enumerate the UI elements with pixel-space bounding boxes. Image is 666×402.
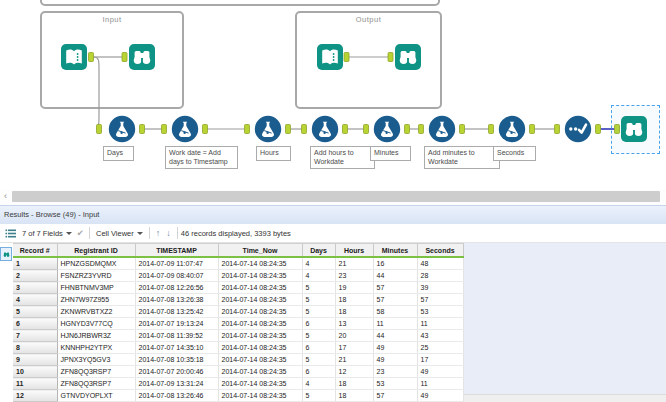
formula-tool-icon[interactable] xyxy=(428,115,456,147)
data-cell[interactable]: 44 xyxy=(373,270,417,282)
data-cell[interactable]: 2014-07-07 20:00:46 xyxy=(135,366,218,378)
data-cell[interactable]: 2014-07-08 12:26:56 xyxy=(135,282,218,294)
scroll-left-arrow[interactable]: ‹ xyxy=(0,189,11,205)
data-cell[interactable]: HPNZGSDMQMX xyxy=(57,257,135,270)
data-cell[interactable]: 57 xyxy=(417,294,463,306)
data-cell[interactable]: 11 xyxy=(417,318,463,330)
browse-tool-icon[interactable] xyxy=(395,44,421,74)
data-cell[interactable]: 2014-07-14 08:24:35 xyxy=(218,294,302,306)
fields-dropdown[interactable]: 7 of 7 Fields xyxy=(19,226,75,240)
data-cell[interactable]: 18 xyxy=(335,390,373,402)
data-cell[interactable]: 49 xyxy=(417,390,463,402)
data-cell[interactable]: 57 xyxy=(373,294,417,306)
row-number-cell[interactable]: 4 xyxy=(13,294,57,306)
results-bottom-scrollbar[interactable] xyxy=(464,394,666,402)
data-cell[interactable]: 2014-07-09 13:31:24 xyxy=(135,378,218,390)
data-cell[interactable]: 19 xyxy=(335,282,373,294)
row-number-cell[interactable]: 5 xyxy=(13,306,57,318)
data-cell[interactable]: 11 xyxy=(373,318,417,330)
row-number-cell[interactable]: 11 xyxy=(13,378,57,390)
row-number-cell[interactable]: 6 xyxy=(13,318,57,330)
data-cell[interactable]: 2014-07-08 13:25:42 xyxy=(135,306,218,318)
data-cell[interactable]: FSNZRZ3YVRD xyxy=(57,270,135,282)
data-cell[interactable]: 2014-07-14 08:24:35 xyxy=(218,378,302,390)
apply-check-icon[interactable]: ✔ xyxy=(75,228,86,238)
data-cell[interactable]: 5 xyxy=(302,330,335,342)
data-cell[interactable]: 2014-07-14 08:24:35 xyxy=(218,366,302,378)
data-cell[interactable]: ZFN8QQ3RSP7 xyxy=(57,378,135,390)
data-cell[interactable]: 20 xyxy=(335,330,373,342)
data-cell[interactable]: 2014-07-14 08:24:35 xyxy=(218,270,302,282)
data-cell[interactable]: ZKNWRVBTXZ2 xyxy=(57,306,135,318)
column-header[interactable]: Time_Now xyxy=(218,244,302,258)
data-cell[interactable]: KNNHPH2YTPX xyxy=(57,342,135,354)
data-cell[interactable]: 2014-07-08 13:26:38 xyxy=(135,294,218,306)
data-cell[interactable]: 4 xyxy=(302,378,335,390)
column-header[interactable]: Record # xyxy=(13,244,57,258)
data-cell[interactable]: 18 xyxy=(335,294,373,306)
data-cell[interactable]: HGNYD3V77CQ xyxy=(57,318,135,330)
data-cell[interactable]: ZFN8QQ3RSP7 xyxy=(57,366,135,378)
tool-container-partial[interactable] xyxy=(40,0,440,6)
data-cell[interactable]: 6 xyxy=(302,366,335,378)
data-cell[interactable]: 28 xyxy=(417,270,463,282)
canvas-horizontal-scrollbar[interactable]: ‹ xyxy=(0,189,666,205)
data-cell[interactable]: 39 xyxy=(417,282,463,294)
data-cell[interactable]: 13 xyxy=(335,318,373,330)
data-cell[interactable]: 17 xyxy=(335,342,373,354)
data-cell[interactable]: HJN6JRBWR3Z xyxy=(57,330,135,342)
data-cell[interactable]: 53 xyxy=(417,306,463,318)
data-cell[interactable]: 49 xyxy=(373,342,417,354)
browse-data-tab[interactable] xyxy=(0,247,12,261)
data-cell[interactable]: 5 xyxy=(302,294,335,306)
input-data-tool-icon[interactable] xyxy=(317,44,343,74)
column-header[interactable]: TIMESTAMP xyxy=(135,244,218,258)
scrollbar-thumb[interactable] xyxy=(12,191,660,202)
data-cell[interactable]: 2014-07-07 14:35:10 xyxy=(135,342,218,354)
scroll-up-button[interactable]: ↑ xyxy=(153,228,164,238)
column-header[interactable]: Minutes xyxy=(373,244,417,258)
data-cell[interactable]: JPNX3YQ5GV3 xyxy=(57,354,135,366)
data-cell[interactable]: 44 xyxy=(373,330,417,342)
data-cell[interactable]: 57 xyxy=(373,282,417,294)
row-number-cell[interactable]: 10 xyxy=(13,366,57,378)
formula-tool-icon[interactable] xyxy=(373,115,401,147)
data-cell[interactable]: 53 xyxy=(373,378,417,390)
data-cell[interactable]: 2014-07-09 08:40:07 xyxy=(135,270,218,282)
data-cell[interactable]: 23 xyxy=(373,366,417,378)
data-cell[interactable]: 2014-07-09 11:07:47 xyxy=(135,257,218,270)
data-cell[interactable]: 23 xyxy=(335,270,373,282)
row-number-cell[interactable]: 8 xyxy=(13,342,57,354)
data-cell[interactable]: 4 xyxy=(302,257,335,270)
formula-tool-icon[interactable] xyxy=(311,115,339,147)
column-header[interactable]: Hours xyxy=(335,244,373,258)
data-cell[interactable]: 2014-07-14 08:24:35 xyxy=(218,257,302,270)
column-header[interactable]: Seconds xyxy=(417,244,463,258)
row-number-cell[interactable]: 3 xyxy=(13,282,57,294)
data-cell[interactable]: FHNBTNMV3MP xyxy=(57,282,135,294)
data-cell[interactable]: 5 xyxy=(302,306,335,318)
row-number-cell[interactable]: 1 xyxy=(13,257,57,270)
data-cell[interactable]: 2014-07-14 08:24:35 xyxy=(218,390,302,402)
data-cell[interactable]: 6 xyxy=(302,318,335,330)
data-cell[interactable]: 21 xyxy=(335,354,373,366)
data-cell[interactable]: 58 xyxy=(373,306,417,318)
data-cell[interactable]: 2014-07-08 11:39:52 xyxy=(135,330,218,342)
data-cell[interactable]: 2014-07-14 08:24:35 xyxy=(218,330,302,342)
data-cell[interactable]: 2014-07-07 19:13:24 xyxy=(135,318,218,330)
data-cell[interactable]: ZHN7W97Z955 xyxy=(57,294,135,306)
data-cell[interactable]: 49 xyxy=(417,366,463,378)
data-cell[interactable]: 18 xyxy=(335,306,373,318)
data-cell[interactable]: 25 xyxy=(417,342,463,354)
data-cell[interactable]: 5 xyxy=(302,390,335,402)
data-cell[interactable]: 12 xyxy=(335,366,373,378)
row-number-cell[interactable]: 2 xyxy=(13,270,57,282)
data-cell[interactable]: 2014-07-08 13:26:46 xyxy=(135,390,218,402)
data-cell[interactable]: 2014-07-14 08:24:35 xyxy=(218,306,302,318)
row-number-cell[interactable]: 12 xyxy=(13,390,57,402)
data-cell[interactable]: 5 xyxy=(302,282,335,294)
data-cell[interactable]: 11 xyxy=(417,378,463,390)
data-cell[interactable]: 2014-07-14 08:24:35 xyxy=(218,318,302,330)
data-cell[interactable]: 48 xyxy=(417,257,463,270)
data-cell[interactable]: GTNVDYOPLXT xyxy=(57,390,135,402)
